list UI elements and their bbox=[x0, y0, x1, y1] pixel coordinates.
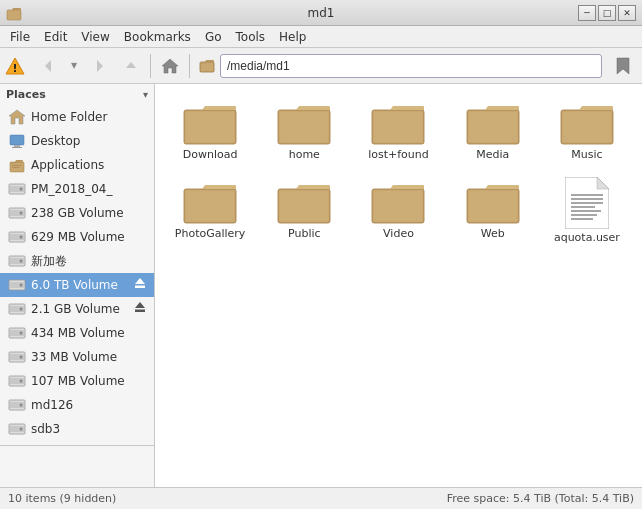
address-input[interactable] bbox=[220, 54, 602, 78]
svg-rect-0 bbox=[7, 10, 21, 20]
folder-icon-media bbox=[465, 98, 521, 146]
folder-icon-home bbox=[276, 98, 332, 146]
file-item-aquota[interactable]: aquota.user bbox=[542, 173, 632, 248]
drive-21gb-icon bbox=[8, 300, 26, 318]
svg-rect-15 bbox=[12, 167, 20, 168]
file-label-lostfound: lost+found bbox=[368, 148, 429, 161]
file-item-web[interactable]: Web bbox=[448, 173, 538, 248]
back-dropdown-button[interactable]: ▼ bbox=[66, 52, 82, 80]
svg-rect-70 bbox=[469, 191, 517, 221]
window-controls: ─ □ ✕ bbox=[578, 5, 636, 21]
warning-icon: ! bbox=[4, 55, 26, 77]
svg-rect-32 bbox=[135, 285, 145, 288]
svg-rect-54 bbox=[186, 112, 234, 142]
svg-rect-56 bbox=[280, 112, 328, 142]
file-item-download[interactable]: Download bbox=[165, 94, 255, 165]
svg-point-35 bbox=[20, 308, 23, 311]
sidebar-item-applications[interactable]: Applications bbox=[0, 153, 154, 177]
bookmark-button[interactable] bbox=[608, 52, 638, 80]
file-grid: Download home lost+found bbox=[165, 94, 632, 248]
svg-rect-64 bbox=[186, 191, 234, 221]
window-folder-icon bbox=[6, 5, 22, 21]
svg-marker-36 bbox=[135, 302, 145, 308]
sidebar-item-33mb[interactable]: 33 MB Volume bbox=[0, 345, 154, 369]
menu-help[interactable]: Help bbox=[273, 28, 312, 46]
menu-edit[interactable]: Edit bbox=[38, 28, 73, 46]
folder-icon-video bbox=[370, 177, 426, 225]
drive-107mb-icon bbox=[8, 372, 26, 390]
title-bar: md1 ─ □ ✕ bbox=[0, 0, 642, 26]
drive-33mb-icon bbox=[8, 348, 26, 366]
address-bar bbox=[198, 54, 602, 78]
menu-view[interactable]: View bbox=[75, 28, 115, 46]
back-button[interactable] bbox=[34, 52, 64, 80]
svg-point-46 bbox=[20, 380, 23, 383]
svg-point-24 bbox=[20, 236, 23, 239]
minimize-button[interactable]: ─ bbox=[578, 5, 596, 21]
sidebar-item-home-folder[interactable]: Home Folder bbox=[0, 105, 154, 129]
menu-tools[interactable]: Tools bbox=[230, 28, 272, 46]
menu-bookmarks[interactable]: Bookmarks bbox=[118, 28, 197, 46]
sidebar-item-md126[interactable]: md126 bbox=[0, 393, 154, 417]
file-label-public: Public bbox=[288, 227, 321, 240]
svg-point-43 bbox=[20, 356, 23, 359]
file-item-photogallery[interactable]: PhotoGallery bbox=[165, 173, 255, 248]
drive-238gb-icon bbox=[8, 204, 26, 222]
file-item-home[interactable]: home bbox=[259, 94, 349, 165]
maximize-button[interactable]: □ bbox=[598, 5, 616, 21]
sidebar-item-sdb3[interactable]: sdb3 bbox=[0, 417, 154, 441]
eject-6tb-button[interactable] bbox=[134, 277, 146, 294]
file-item-video[interactable]: Video bbox=[353, 173, 443, 248]
file-item-lostfound[interactable]: lost+found bbox=[353, 94, 443, 165]
svg-marker-5 bbox=[126, 62, 136, 68]
menu-go[interactable]: Go bbox=[199, 28, 228, 46]
svg-rect-12 bbox=[12, 147, 22, 148]
close-button[interactable]: ✕ bbox=[618, 5, 636, 21]
sidebar-item-21gb[interactable]: 2.1 GB Volume bbox=[0, 297, 154, 321]
svg-marker-31 bbox=[135, 278, 145, 284]
svg-rect-58 bbox=[374, 112, 422, 142]
file-item-music[interactable]: Music bbox=[542, 94, 632, 165]
file-item-public[interactable]: Public bbox=[259, 173, 349, 248]
svg-rect-66 bbox=[280, 191, 328, 221]
toolbar-sep-1 bbox=[150, 54, 151, 78]
svg-point-49 bbox=[20, 404, 23, 407]
file-area: Download home lost+found bbox=[155, 84, 642, 487]
sidebar-item-pm2018[interactable]: PM_2018_04_ bbox=[0, 177, 154, 201]
folder-icon-public bbox=[276, 177, 332, 225]
status-free-space: Free space: 5.4 TiB (Total: 5.4 TiB) bbox=[447, 492, 634, 505]
sidebar-item-434mb[interactable]: 434 MB Volume bbox=[0, 321, 154, 345]
text-file-icon-aquota bbox=[565, 177, 609, 229]
sidebar: Places ▾ Home Folder Desktop bbox=[0, 84, 155, 487]
svg-rect-68 bbox=[374, 191, 422, 221]
sidebar-collapse-icon[interactable]: ▾ bbox=[143, 89, 148, 100]
drive-md126-icon bbox=[8, 396, 26, 414]
drive-newvol-icon bbox=[8, 252, 26, 270]
folder-icon-photogallery bbox=[182, 177, 238, 225]
drive-629mb-icon bbox=[8, 228, 26, 246]
svg-point-18 bbox=[20, 188, 23, 191]
svg-rect-62 bbox=[563, 112, 611, 142]
home-button[interactable] bbox=[155, 52, 185, 80]
svg-rect-14 bbox=[12, 165, 22, 166]
file-label-web: Web bbox=[481, 227, 505, 240]
file-label-video: Video bbox=[383, 227, 414, 240]
menu-file[interactable]: File bbox=[4, 28, 36, 46]
svg-rect-11 bbox=[14, 145, 20, 147]
up-button[interactable] bbox=[116, 52, 146, 80]
sidebar-item-107mb[interactable]: 107 MB Volume bbox=[0, 369, 154, 393]
eject-21gb-button[interactable] bbox=[134, 301, 146, 318]
sidebar-item-629mb[interactable]: 629 MB Volume bbox=[0, 225, 154, 249]
file-label-home: home bbox=[289, 148, 320, 161]
toolbar-sep-2 bbox=[189, 54, 190, 78]
sidebar-item-desktop[interactable]: Desktop bbox=[0, 129, 154, 153]
status-items-count: 10 items (9 hidden) bbox=[8, 492, 116, 505]
sidebar-item-newvol[interactable]: 新加卷 bbox=[0, 249, 154, 273]
forward-button[interactable] bbox=[84, 52, 114, 80]
sidebar-item-238gb[interactable]: 238 GB Volume bbox=[0, 201, 154, 225]
file-item-media[interactable]: Media bbox=[448, 94, 538, 165]
menu-bar: File Edit View Bookmarks Go Tools Help bbox=[0, 26, 642, 48]
sidebar-item-6tb[interactable]: 6.0 TB Volume bbox=[0, 273, 154, 297]
drive-sdb3-icon bbox=[8, 420, 26, 438]
svg-marker-4 bbox=[97, 60, 103, 72]
